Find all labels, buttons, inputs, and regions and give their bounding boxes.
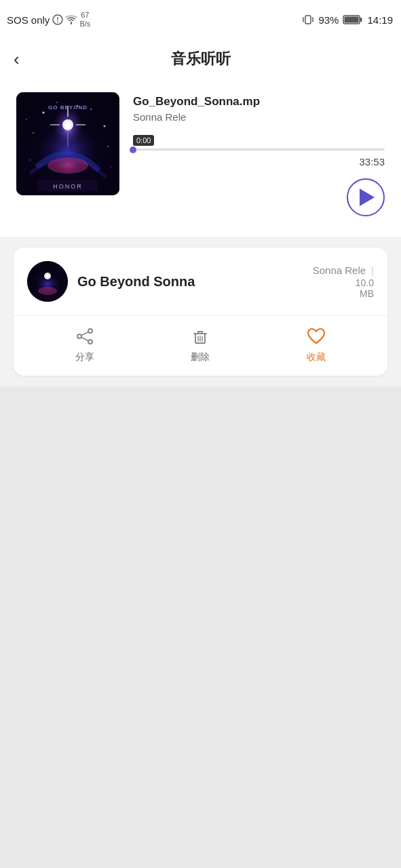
album-art: HONOR GO BEYOND	[16, 92, 119, 195]
player-info: Go_Beyond_Sonna.mp Sonna Rele 0:00 33:53	[133, 92, 385, 216]
status-bar: SOS only ! 67B/s 93%	[0, 0, 401, 39]
battery-icon	[343, 14, 363, 25]
svg-point-19	[29, 159, 31, 161]
total-time: 33:53	[133, 156, 385, 167]
card-file-size: 10.0MB	[356, 277, 374, 299]
svg-point-35	[46, 275, 50, 278]
card-meta: Sonna Rele | 10.0MB	[313, 264, 374, 299]
time-display: 14:19	[367, 14, 393, 26]
status-icons: ! 67B/s	[52, 11, 90, 28]
card-info-row: Go Beyond Sonna Sonna Rele | 10.0MB	[27, 261, 374, 302]
back-button[interactable]: ‹	[14, 50, 20, 68]
svg-line-40	[81, 332, 88, 336]
svg-point-13	[33, 132, 34, 134]
progress-thumb[interactable]	[130, 146, 136, 153]
delete-icon	[191, 327, 210, 346]
svg-rect-7	[360, 18, 362, 22]
share-button[interactable]: 分享	[74, 326, 96, 363]
card-avatar	[27, 261, 68, 302]
svg-point-15	[56, 102, 58, 103]
svg-point-28	[47, 157, 88, 174]
svg-point-18	[107, 146, 109, 147]
bottom-area	[0, 387, 401, 793]
delete-label: 删除	[191, 351, 210, 363]
svg-point-23	[65, 122, 71, 127]
progress-container[interactable]: 0:00	[133, 134, 385, 151]
share-icon	[75, 327, 94, 346]
svg-point-36	[38, 287, 57, 295]
card-section: Go Beyond Sonna Sonna Rele | 10.0MB	[0, 237, 401, 387]
svg-point-12	[90, 108, 92, 110]
svg-text:HONOR: HONOR	[53, 183, 83, 190]
heart-icon-wrapper	[305, 326, 327, 347]
card-song-name: Go Beyond Sonna	[77, 274, 303, 290]
network-speed: 67B/s	[79, 11, 90, 28]
svg-text:GO BEYOND: GO BEYOND	[48, 104, 88, 111]
page-title: 音乐听听	[171, 49, 231, 69]
status-left: SOS only ! 67B/s	[7, 11, 90, 28]
song-title: Go_Beyond_Sonna.mp	[133, 95, 385, 108]
share-icon-wrapper	[74, 326, 96, 347]
vibrate-icon	[302, 14, 314, 26]
card-avatar-svg	[27, 261, 68, 302]
favorite-button[interactable]: 收藏	[305, 326, 327, 363]
svg-text:!: !	[57, 16, 59, 24]
svg-point-38	[77, 334, 81, 338]
svg-point-17	[26, 119, 27, 120]
battery-percent: 93%	[318, 14, 339, 26]
svg-point-20	[111, 166, 112, 167]
header: ‹ 音乐听听	[0, 39, 401, 79]
warning-icon: !	[52, 14, 63, 25]
share-label: 分享	[75, 351, 94, 363]
progress-bar[interactable]	[133, 149, 385, 151]
current-time-badge: 0:00	[133, 135, 154, 146]
svg-line-41	[81, 338, 88, 341]
album-art-svg: HONOR GO BEYOND	[16, 92, 119, 195]
svg-rect-6	[345, 17, 359, 23]
svg-point-37	[88, 329, 92, 333]
heart-icon	[306, 327, 326, 346]
svg-point-11	[43, 112, 45, 114]
play-icon	[360, 189, 375, 206]
card-actions: 分享 删除	[27, 316, 374, 376]
card-divider-text: Sonna Rele |	[313, 264, 374, 276]
music-card: Go Beyond Sonna Sonna Rele | 10.0MB	[14, 248, 387, 376]
delete-icon-wrapper	[189, 326, 211, 347]
card-separator: |	[371, 264, 374, 276]
favorite-label: 收藏	[307, 351, 326, 363]
player-section: HONOR GO BEYOND Go_Beyond_Sonna.mp Sonna…	[0, 79, 401, 237]
svg-point-39	[88, 340, 92, 344]
card-artist: Sonna Rele	[313, 264, 366, 276]
status-right: 93% 14:19	[302, 14, 393, 26]
wifi-icon	[65, 15, 77, 24]
sos-text: SOS only	[7, 14, 50, 26]
delete-button[interactable]: 删除	[189, 326, 211, 363]
song-artist: Sonna Rele	[133, 111, 385, 123]
svg-point-14	[104, 125, 106, 127]
play-button[interactable]	[347, 178, 385, 216]
svg-rect-2	[305, 16, 311, 24]
